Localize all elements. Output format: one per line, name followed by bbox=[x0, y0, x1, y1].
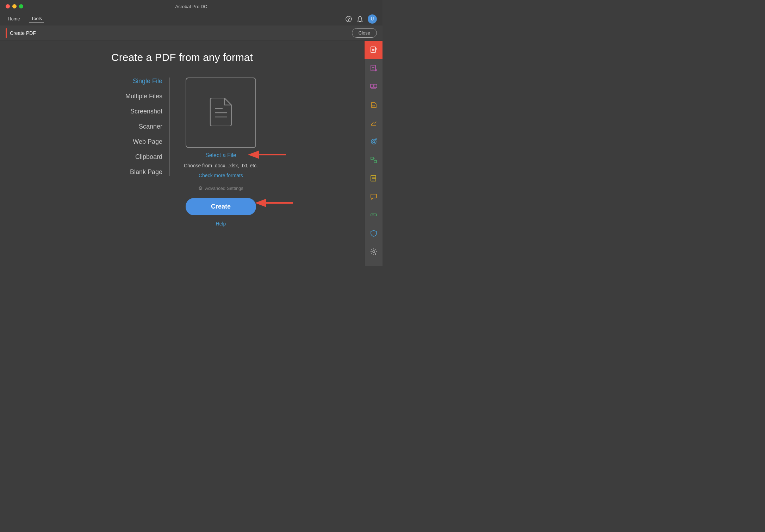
svg-rect-30 bbox=[371, 175, 376, 181]
arrow-create bbox=[254, 197, 297, 211]
formats-desc: Choose from .docx, .xlsx, .txt, etc. bbox=[184, 163, 258, 168]
page-heading: Create a PDF from any format bbox=[111, 51, 253, 63]
menu-tools[interactable]: Tools bbox=[29, 14, 44, 23]
user-avatar[interactable]: U bbox=[368, 14, 377, 24]
sidebar-tool-compress[interactable] bbox=[365, 151, 383, 169]
nav-scanner[interactable]: Scanner bbox=[139, 123, 162, 130]
nav-clipboard[interactable]: Clipboard bbox=[135, 153, 162, 161]
toolbar-left: Create PDF bbox=[6, 28, 36, 38]
check-formats-link[interactable]: Check more formats bbox=[199, 173, 243, 178]
sidebar-tool-form[interactable] bbox=[365, 169, 383, 187]
organize-pages-icon bbox=[369, 82, 378, 91]
toolbar-accent bbox=[6, 28, 7, 38]
nav-screenshot[interactable]: Screenshot bbox=[130, 108, 162, 115]
advanced-settings-label: Advanced Settings bbox=[205, 186, 243, 191]
create-button[interactable]: Create bbox=[186, 198, 256, 215]
svg-rect-36 bbox=[372, 215, 374, 215]
svg-rect-18 bbox=[374, 84, 377, 88]
menubar-icons: ? U bbox=[345, 14, 377, 24]
sidebar-tool-edit-pdf[interactable] bbox=[365, 59, 383, 78]
left-nav: Single File Multiple Files Screenshot Sc… bbox=[106, 78, 170, 176]
close-traffic-light[interactable] bbox=[6, 4, 10, 8]
svg-text:xls: xls bbox=[372, 105, 375, 107]
svg-rect-34 bbox=[371, 194, 377, 198]
customize-tools-icon bbox=[369, 247, 378, 256]
optimize-icon bbox=[369, 137, 378, 146]
sidebar-tool-export[interactable]: xls bbox=[365, 96, 383, 114]
menubar: Home Tools ? U bbox=[0, 13, 382, 25]
help-icon[interactable]: ? bbox=[345, 16, 352, 23]
sidebar-tool-redact[interactable] bbox=[365, 206, 383, 224]
nav-web-page[interactable]: Web Page bbox=[133, 138, 162, 146]
sidebar-tool-optimize[interactable] bbox=[365, 132, 383, 151]
export-pdf-icon: xls bbox=[369, 101, 378, 109]
nav-single-file[interactable]: Single File bbox=[133, 78, 162, 85]
help-link[interactable]: Help bbox=[216, 221, 226, 227]
minimize-traffic-light[interactable] bbox=[12, 4, 17, 8]
right-sidebar: xls bbox=[364, 41, 382, 266]
titlebar-title: Acrobat Pro DC bbox=[175, 4, 207, 9]
nav-multiple-files[interactable]: Multiple Files bbox=[125, 93, 162, 100]
nav-blank-page[interactable]: Blank Page bbox=[130, 168, 162, 176]
advanced-settings[interactable]: ⚙ Advanced Settings bbox=[198, 185, 243, 191]
titlebar: Acrobat Pro DC bbox=[0, 0, 382, 13]
toolbar-title: Create PDF bbox=[10, 30, 36, 36]
content-row: Single File Multiple Files Screenshot Sc… bbox=[106, 78, 258, 227]
sidebar-tool-customize[interactable] bbox=[365, 242, 383, 261]
menu-home[interactable]: Home bbox=[6, 15, 22, 23]
select-file-link[interactable]: Select a File bbox=[205, 152, 236, 159]
create-form-icon bbox=[369, 174, 378, 183]
svg-rect-9 bbox=[371, 47, 375, 52]
sidebar-tool-organize[interactable] bbox=[365, 78, 383, 96]
svg-rect-14 bbox=[371, 65, 375, 71]
svg-text:?: ? bbox=[347, 17, 350, 22]
toolbar: Create PDF Close bbox=[0, 25, 382, 41]
arrow-select-file bbox=[247, 149, 290, 160]
main-content: Create a PDF from any format Single File… bbox=[0, 41, 382, 266]
redact-icon bbox=[369, 211, 378, 219]
svg-rect-17 bbox=[371, 84, 373, 88]
gear-icon: ⚙ bbox=[198, 185, 203, 191]
close-button[interactable]: Close bbox=[352, 28, 377, 38]
center-panel: Create a PDF from any format Single File… bbox=[0, 41, 364, 266]
compress-icon bbox=[369, 156, 378, 164]
svg-rect-26 bbox=[371, 157, 373, 160]
sidebar-tool-protect[interactable] bbox=[365, 224, 383, 242]
comment-icon bbox=[369, 192, 378, 201]
file-icon bbox=[209, 98, 233, 128]
bell-icon[interactable] bbox=[356, 16, 363, 23]
create-pdf-icon bbox=[369, 46, 378, 54]
traffic-lights bbox=[6, 4, 23, 8]
maximize-traffic-light[interactable] bbox=[19, 4, 23, 8]
svg-point-37 bbox=[373, 250, 375, 253]
sidebar-tool-sign[interactable] bbox=[365, 114, 383, 132]
svg-point-23 bbox=[373, 141, 375, 143]
right-content: Select a File Choose from .docx, .xlsx, … bbox=[170, 78, 258, 227]
sidebar-tool-comment[interactable] bbox=[365, 187, 383, 206]
file-drop-area[interactable] bbox=[186, 78, 256, 148]
fill-sign-icon bbox=[369, 119, 378, 128]
protect-icon bbox=[369, 229, 378, 237]
edit-pdf-icon bbox=[369, 64, 378, 73]
sidebar-tool-create-pdf[interactable] bbox=[365, 41, 383, 59]
svg-rect-27 bbox=[374, 160, 377, 163]
